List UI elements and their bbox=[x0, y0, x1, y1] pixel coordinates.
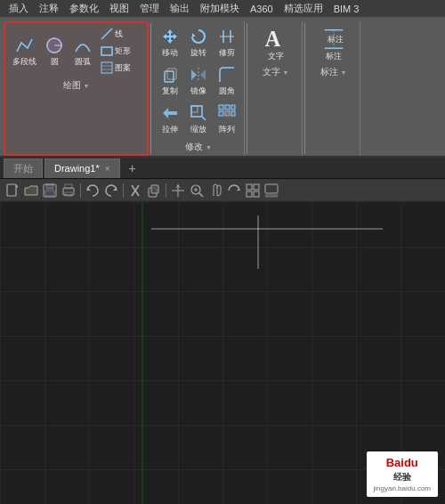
mirror-button[interactable]: 镜像 bbox=[185, 62, 212, 99]
menu-item-output[interactable]: 输出 bbox=[165, 0, 195, 17]
menu-item-manage[interactable]: 管理 bbox=[134, 0, 165, 17]
trim-label: 修剪 bbox=[219, 47, 235, 59]
array-icon bbox=[216, 102, 238, 124]
panel-divider-3 bbox=[304, 23, 305, 154]
fillet-label: 圆角 bbox=[219, 85, 235, 97]
fillet-button[interactable]: 圆角 bbox=[214, 62, 240, 99]
svg-line-49 bbox=[199, 193, 203, 197]
menu-item-view[interactable]: 视图 bbox=[104, 0, 134, 17]
rotate-label: 旋转 bbox=[190, 47, 206, 59]
svg-marker-15 bbox=[191, 69, 197, 80]
svg-rect-57 bbox=[265, 184, 278, 193]
menu-item-a360[interactable]: A360 bbox=[245, 2, 279, 16]
svg-rect-22 bbox=[225, 105, 230, 110]
toolbar-separator-3 bbox=[166, 183, 166, 198]
copy-icon bbox=[159, 64, 181, 85]
panel-divider-1 bbox=[150, 23, 151, 154]
menu-item-bim[interactable]: BIM 3 bbox=[328, 2, 365, 16]
redo-button[interactable] bbox=[102, 182, 120, 199]
watermark-sub: 经验 bbox=[374, 471, 431, 484]
svg-rect-53 bbox=[247, 184, 252, 190]
watermark-url: jingyan.baidu.com bbox=[374, 484, 431, 493]
svg-marker-16 bbox=[200, 69, 206, 80]
array-button[interactable]: 阵列 bbox=[214, 101, 240, 137]
scale-label: 缩放 bbox=[190, 124, 206, 135]
circle-button[interactable]: 圆 bbox=[41, 33, 68, 69]
paste-button[interactable] bbox=[145, 182, 163, 199]
svg-rect-47 bbox=[151, 185, 158, 193]
modify-panel-dropdown[interactable]: ▼ bbox=[206, 144, 212, 150]
menu-bar: 插入 注释 参数化 视图 管理 输出 附加模块 A360 精选应用 BIM 3 bbox=[0, 0, 445, 18]
svg-rect-55 bbox=[247, 191, 252, 197]
rect-button[interactable]: 矩形 bbox=[98, 43, 142, 59]
stretch-icon bbox=[159, 102, 181, 124]
arc-button[interactable]: 圆弧 bbox=[69, 33, 96, 69]
toolbar-separator-1 bbox=[80, 183, 81, 198]
svg-line-20 bbox=[202, 117, 206, 120]
svg-rect-23 bbox=[231, 105, 235, 110]
new-button[interactable] bbox=[4, 182, 21, 199]
draw-panel-dropdown[interactable]: ▼ bbox=[84, 83, 90, 89]
ribbon: 多段线 圆 bbox=[0, 18, 445, 158]
rotate-button[interactable]: 旋转 bbox=[185, 24, 212, 61]
pan-button[interactable] bbox=[169, 182, 187, 199]
text-panel-dropdown[interactable]: ▼ bbox=[283, 69, 289, 76]
print-button[interactable] bbox=[60, 182, 77, 199]
tab-close-button[interactable]: × bbox=[105, 164, 110, 174]
doc-tabs: 开始 Drawing1* × + bbox=[0, 158, 445, 179]
grid-button[interactable] bbox=[244, 182, 262, 199]
scale-button[interactable]: 缩放 bbox=[185, 101, 212, 137]
text-button[interactable]: A 文字 bbox=[259, 24, 293, 64]
svg-text:标注: 标注 bbox=[327, 35, 344, 44]
zoom-button[interactable] bbox=[188, 182, 206, 199]
svg-rect-12 bbox=[165, 71, 174, 82]
baidu-logo: Baidu bbox=[374, 455, 431, 471]
svg-text:A: A bbox=[264, 27, 280, 51]
annotation-panel-label: 标注 ▼ bbox=[320, 66, 347, 78]
line-label: 线 bbox=[115, 28, 123, 40]
undo-button[interactable] bbox=[84, 182, 101, 199]
text-panel: A 文字 文字 ▼ bbox=[249, 21, 303, 156]
svg-rect-19 bbox=[191, 106, 202, 117]
refresh-button[interactable] bbox=[225, 182, 243, 199]
svg-rect-13 bbox=[167, 69, 176, 79]
copy-button[interactable]: 复制 bbox=[157, 62, 183, 99]
drawing-tab[interactable]: Drawing1* × bbox=[44, 159, 120, 178]
copy-label: 复制 bbox=[162, 85, 178, 97]
annotation-button[interactable]: 标注 标注 bbox=[317, 24, 351, 64]
stretch-button[interactable]: 拉伸 bbox=[157, 101, 183, 137]
annotation-panel: 标注 标注 标注 ▼ bbox=[307, 21, 360, 156]
menu-item-addons[interactable]: 附加模块 bbox=[195, 0, 245, 17]
polyline-label: 多段线 bbox=[12, 56, 36, 68]
view-button[interactable] bbox=[263, 182, 280, 199]
cut-button[interactable] bbox=[126, 182, 144, 199]
hatch-button[interactable]: 图案 bbox=[98, 60, 142, 76]
svg-rect-54 bbox=[254, 184, 259, 190]
tab-add-button[interactable]: + bbox=[122, 161, 143, 175]
trim-button[interactable]: 修剪 bbox=[214, 24, 240, 61]
svg-marker-42 bbox=[87, 187, 91, 191]
start-tab[interactable]: 开始 bbox=[4, 159, 43, 178]
line-button[interactable]: 线 bbox=[98, 26, 142, 42]
open-button[interactable] bbox=[22, 182, 40, 199]
save-button[interactable] bbox=[41, 182, 59, 199]
svg-line-3 bbox=[101, 28, 112, 39]
menu-item-featured[interactable]: 精选应用 bbox=[279, 0, 328, 17]
move-button[interactable]: 移动 bbox=[157, 24, 183, 61]
menu-item-insert[interactable]: 插入 bbox=[4, 0, 34, 17]
draw-panel: 多段线 圆 bbox=[4, 21, 149, 156]
svg-marker-43 bbox=[113, 187, 117, 191]
text-panel-label: 文字 ▼ bbox=[263, 66, 289, 78]
polyline-button[interactable]: 多段线 bbox=[10, 33, 39, 69]
hand-button[interactable] bbox=[206, 182, 224, 199]
mirror-label: 镜像 bbox=[190, 85, 206, 97]
drawing-tab-label: Drawing1* bbox=[54, 163, 100, 174]
menu-item-parametric[interactable]: 参数化 bbox=[64, 0, 104, 17]
polyline-icon bbox=[14, 35, 36, 56]
hatch-label: 图案 bbox=[115, 62, 131, 74]
svg-rect-56 bbox=[254, 191, 259, 197]
modify-tools-row2: 复制 镜像 bbox=[157, 62, 240, 99]
annotation-panel-dropdown[interactable]: ▼ bbox=[341, 69, 347, 76]
menu-item-annotation[interactable]: 注释 bbox=[34, 0, 64, 17]
svg-rect-38 bbox=[45, 191, 54, 196]
